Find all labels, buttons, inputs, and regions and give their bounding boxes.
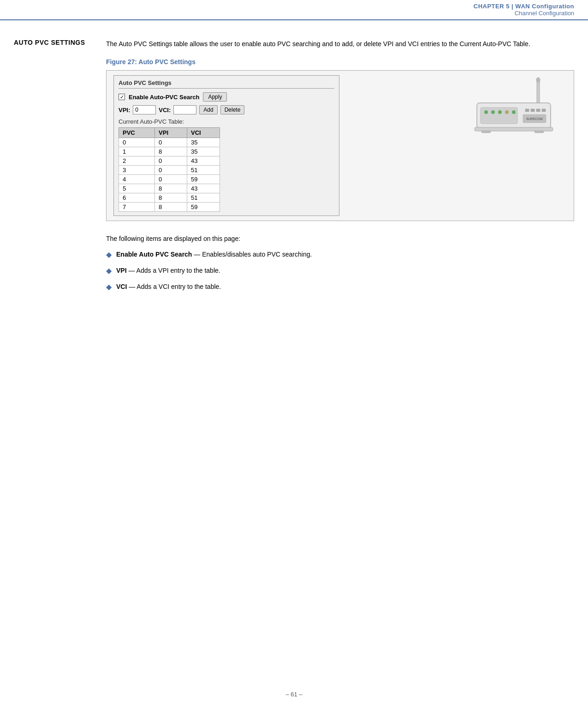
bullet-term: VCI — [116, 283, 127, 290]
cell-r0-c2: 35 — [187, 138, 220, 147]
vpi-label: VPI: — [119, 107, 130, 114]
svg-rect-0 — [537, 80, 540, 105]
svg-point-1 — [536, 78, 540, 82]
left-label-area: Auto PVC Settings — [14, 39, 106, 301]
cell-r7-c1: 8 — [155, 203, 187, 212]
vci-label: VCI: — [159, 107, 171, 114]
diamond-icon: ◆ — [106, 282, 112, 291]
chapter-line: CHAPTER 5 | WAN Configuration — [0, 3, 574, 10]
table-row: 5843 — [119, 184, 220, 193]
cell-r2-c1: 0 — [155, 156, 187, 166]
table-row: 6851 — [119, 193, 220, 203]
delete-button[interactable]: Delete — [220, 105, 245, 114]
svg-rect-17 — [535, 131, 544, 133]
bullet-term: VPI — [116, 267, 127, 274]
col-pvc: PVC — [119, 128, 155, 138]
cell-r2-c2: 43 — [187, 156, 220, 166]
figure-box: Auto PVC Settings Enable Auto-PVC Search… — [106, 70, 574, 221]
vpi-input[interactable] — [133, 105, 156, 114]
svg-text:SURECOM: SURECOM — [526, 117, 543, 120]
add-button[interactable]: Add — [199, 105, 217, 114]
svg-point-8 — [512, 110, 516, 114]
pvc-table-header-row: PVC VPI VCI — [119, 128, 220, 138]
bullet-item: ◆VPI — Adds a VPI entry to the table. — [106, 266, 574, 276]
col-vpi: VPI — [155, 128, 187, 138]
cell-r3-c2: 51 — [187, 166, 220, 175]
bullet-text: VCI — Adds a VCI entry to the table. — [116, 282, 221, 292]
enable-pvc-row: Enable Auto-PVC Search Apply — [119, 92, 334, 102]
content-area: Auto PVC Settings The Auto PVC Settings … — [0, 20, 588, 319]
cell-r0-c0: 0 — [119, 138, 155, 147]
figure-title: Figure 27: Auto PVC Settings — [106, 58, 574, 66]
svg-rect-12 — [542, 109, 546, 112]
figure-inner: Auto PVC Settings Enable Auto-PVC Search… — [107, 71, 454, 221]
table-row: 3051 — [119, 166, 220, 175]
table-row: 7859 — [119, 203, 220, 212]
pvc-table-body: 00351835204330514059584368517859 — [119, 138, 220, 212]
cell-r5-c2: 43 — [187, 184, 220, 193]
current-table-label: Current Auto-PVC Table: — [119, 118, 334, 125]
page-header: CHAPTER 5 | WAN Configuration Channel Co… — [0, 0, 588, 20]
cell-r0-c1: 0 — [155, 138, 187, 147]
cell-r5-c1: 8 — [155, 184, 187, 193]
cell-r4-c0: 4 — [119, 175, 155, 184]
svg-rect-16 — [481, 131, 491, 133]
vpi-vci-row: VPI: VCI: Add Delete — [119, 105, 334, 114]
chapter-text: CHAPTER 5 — [474, 3, 510, 10]
svg-rect-9 — [525, 109, 529, 112]
bullet-item: ◆Enable Auto PVC Search — Enables/disabl… — [106, 250, 574, 259]
header-subtopic: Channel Configuration — [0, 10, 574, 17]
apply-button[interactable]: Apply — [203, 92, 227, 102]
router-image-area: SURECOM — [454, 71, 574, 154]
bullet-item: ◆VCI — Adds a VCI entry to the table. — [106, 282, 574, 292]
cell-r3-c1: 0 — [155, 166, 187, 175]
vci-input[interactable] — [173, 105, 196, 114]
body-section: The following items are displayed on thi… — [106, 235, 574, 292]
pvc-table-header: PVC VPI VCI — [119, 128, 220, 138]
svg-rect-3 — [481, 108, 517, 124]
cell-r3-c0: 3 — [119, 166, 155, 175]
bullet-term: Enable Auto PVC Search — [116, 251, 192, 258]
cell-r5-c0: 5 — [119, 184, 155, 193]
page-footer: – 61 – — [0, 691, 588, 698]
pvc-panel: Auto PVC Settings Enable Auto-PVC Search… — [113, 75, 339, 216]
table-row: 2043 — [119, 156, 220, 166]
cell-r7-c0: 7 — [119, 203, 155, 212]
enable-pvc-checkbox[interactable] — [119, 94, 125, 100]
svg-rect-11 — [536, 109, 540, 112]
svg-point-5 — [491, 110, 495, 114]
bullet-text: Enable Auto PVC Search — Enables/disable… — [116, 250, 312, 259]
table-row: 4059 — [119, 175, 220, 184]
cell-r6-c2: 51 — [187, 193, 220, 203]
col-vci: VCI — [187, 128, 220, 138]
cell-r6-c0: 6 — [119, 193, 155, 203]
table-row: 1835 — [119, 147, 220, 156]
cell-r4-c1: 0 — [155, 175, 187, 184]
pvc-panel-title: Auto PVC Settings — [119, 79, 334, 89]
page-number: – 61 – — [285, 691, 302, 698]
header-topic: WAN Configuration — [515, 3, 574, 10]
cell-r7-c2: 59 — [187, 203, 220, 212]
svg-rect-10 — [531, 109, 535, 112]
cell-r2-c0: 2 — [119, 156, 155, 166]
body-intro: The following items are displayed on thi… — [106, 235, 574, 242]
diamond-icon: ◆ — [106, 250, 112, 259]
section-title: Auto PVC Settings — [14, 39, 106, 46]
enable-pvc-label: Enable Auto-PVC Search — [129, 94, 199, 101]
diamond-icon: ◆ — [106, 266, 112, 275]
cell-r4-c2: 59 — [187, 175, 220, 184]
cell-r6-c1: 8 — [155, 193, 187, 203]
svg-point-4 — [484, 110, 488, 114]
svg-point-6 — [498, 110, 502, 114]
cell-r1-c2: 35 — [187, 147, 220, 156]
bullet-list: ◆Enable Auto PVC Search — Enables/disabl… — [106, 250, 574, 292]
cell-r1-c0: 1 — [119, 147, 155, 156]
svg-point-7 — [505, 110, 509, 114]
router-illustration: SURECOM — [463, 75, 564, 149]
table-row: 0035 — [119, 138, 220, 147]
pvc-table: PVC VPI VCI 0035183520433051405958436851… — [119, 127, 220, 212]
cell-r1-c1: 8 — [155, 147, 187, 156]
main-content: The Auto PVC Settings table allows the u… — [106, 39, 574, 301]
bullet-text: VPI — Adds a VPI entry to the table. — [116, 266, 220, 276]
section-description: The Auto PVC Settings table allows the u… — [106, 39, 574, 49]
